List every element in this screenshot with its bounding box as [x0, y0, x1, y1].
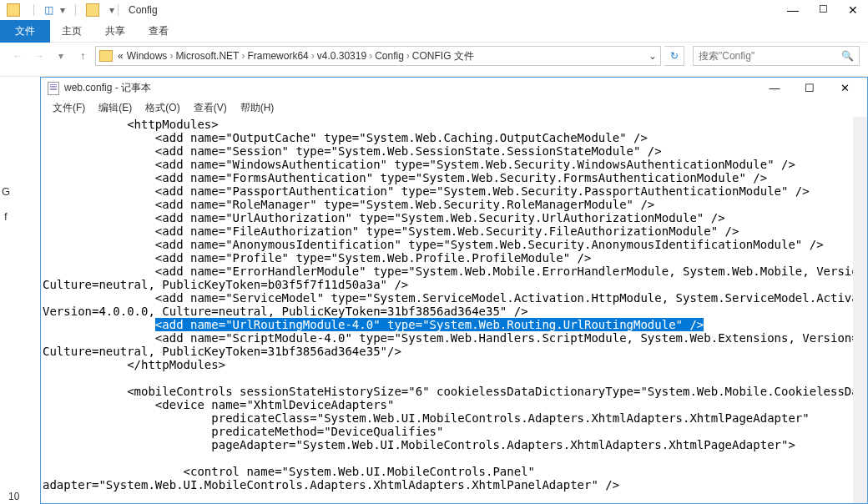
ribbon-tab-view[interactable]: 查看 [137, 20, 180, 43]
explorer-title: Config [129, 4, 158, 16]
separator [33, 4, 34, 16]
pin-icon[interactable]: ◫ [44, 4, 53, 16]
explorer-system-buttons: — ☐ ✕ [787, 3, 861, 17]
menu-format[interactable]: 格式(O) [139, 99, 186, 117]
nav-back-button[interactable]: ← [8, 47, 27, 65]
folder-icon [99, 50, 113, 62]
search-input[interactable] [699, 50, 841, 62]
menu-file[interactable]: 文件(F) [46, 99, 92, 117]
menu-view[interactable]: 查看(V) [187, 99, 234, 117]
ribbon-file-tab[interactable]: 文件 [0, 20, 50, 43]
maximize-button[interactable]: ☐ [819, 3, 828, 17]
address-bar-buttons: ⌄ [648, 50, 657, 62]
separator [75, 4, 76, 16]
nav-recent-dropdown[interactable]: ▾ [52, 47, 70, 65]
search-box[interactable]: 🔍 [693, 46, 860, 66]
item-count: 10 [8, 491, 19, 502]
folder-icon [86, 3, 99, 17]
refresh-button[interactable]: ↻ [664, 46, 684, 66]
notepad-system-buttons: — ☐ ✕ [759, 79, 860, 98]
ribbon-tab-share[interactable]: 共享 [93, 20, 137, 43]
breadcrumb-item[interactable]: v4.0.30319 [315, 50, 368, 62]
notepad-content[interactable]: <httpModules> <add name="OutputCache" ty… [41, 117, 867, 503]
notepad-titlebar: web.config - 记事本 — ☐ ✕ [41, 78, 867, 98]
search-icon[interactable]: 🔍 [841, 50, 854, 62]
breadcrumb-item[interactable]: Framework64 [245, 50, 310, 62]
notepad-window: web.config - 记事本 — ☐ ✕ 文件(F) 编辑(E) 格式(O)… [40, 77, 868, 504]
address-bar[interactable]: « Windows › Microsoft.NET › Framework64 … [95, 46, 661, 66]
breadcrumb-item[interactable]: Config [373, 50, 406, 62]
qab-dropdown-icon[interactable]: ▾ [60, 4, 65, 16]
minimize-button[interactable]: — [759, 79, 790, 98]
sidebar-letter: G [2, 185, 10, 198]
nav-forward-button[interactable]: → [30, 47, 48, 65]
breadcrumb-item[interactable]: Microsoft.NET [174, 50, 240, 62]
notepad-icon [48, 82, 59, 95]
explorer-window: ◫ ▾ ▾ Config — ☐ ✕ 文件 主页 共享 查看 ← → ▾ ↑ «… [0, 0, 868, 77]
explorer-navbar: ← → ▾ ↑ « Windows › Microsoft.NET › Fram… [0, 43, 868, 69]
vertical-scrollbar[interactable] [853, 117, 867, 503]
breadcrumb-overflow[interactable]: « [116, 50, 125, 62]
breadcrumb-item[interactable]: CONFIG 文件 [411, 49, 476, 63]
explorer-ribbon: 文件 主页 共享 查看 [0, 20, 868, 43]
sidebar-letter: f [4, 210, 8, 223]
minimize-button[interactable]: — [787, 3, 799, 17]
notepad-title: web.config - 记事本 [64, 81, 151, 95]
quick-access-toolbar: ◫ ▾ ▾ [7, 3, 114, 17]
ribbon-tab-home[interactable]: 主页 [50, 20, 93, 43]
qab-dropdown-icon[interactable]: ▾ [109, 4, 114, 16]
dropdown-icon[interactable]: ⌄ [648, 50, 657, 62]
explorer-sidebar: G f [0, 77, 40, 504]
maximize-button[interactable]: ☐ [794, 79, 825, 98]
menu-edit[interactable]: 编辑(E) [92, 99, 139, 117]
nav-up-button[interactable]: ↑ [73, 47, 92, 65]
menu-help[interactable]: 帮助(H) [234, 99, 281, 117]
folder-icon [7, 3, 20, 17]
notepad-text[interactable]: <httpModules> <add name="OutputCache" ty… [43, 118, 867, 491]
explorer-titlebar: ◫ ▾ ▾ Config — ☐ ✕ [0, 0, 868, 20]
breadcrumb-item[interactable]: Windows [125, 50, 169, 62]
close-button[interactable]: ✕ [829, 79, 860, 98]
separator [118, 4, 119, 16]
close-button[interactable]: ✕ [848, 3, 858, 17]
notepad-menubar: 文件(F) 编辑(E) 格式(O) 查看(V) 帮助(H) [41, 98, 867, 117]
